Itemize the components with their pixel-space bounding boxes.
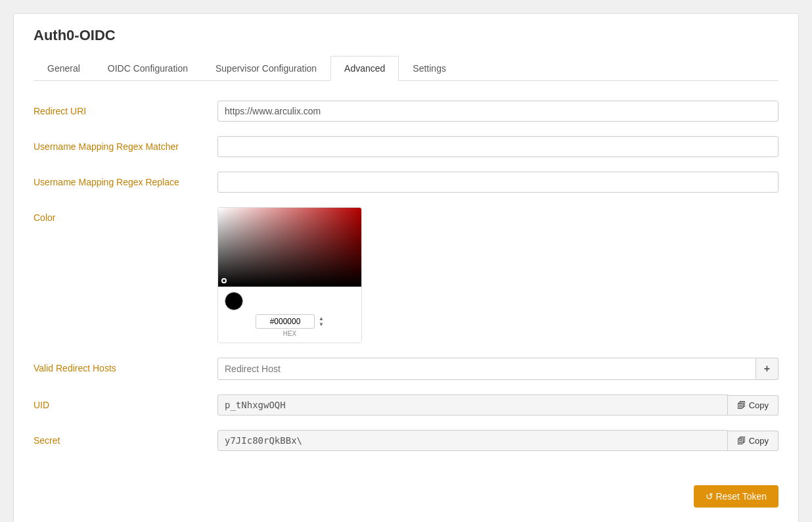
color-label: Color	[34, 207, 217, 223]
username-regex-replace-input[interactable]	[217, 172, 778, 193]
redirect-uri-label: Redirect URI	[34, 101, 217, 116]
hex-spinner: ▲ ▼	[319, 316, 324, 327]
secret-value: y7JIc80rQkBBx\	[217, 430, 728, 451]
secret-wrap: y7JIc80rQkBBx\ 🗐 Copy	[217, 430, 778, 451]
secret-copy-button[interactable]: 🗐 Copy	[728, 431, 778, 451]
color-row: Color	[34, 207, 778, 343]
hex-label: HEX	[225, 330, 355, 337]
uid-wrap: p_tNhxgwOQH 🗐 Copy	[217, 394, 778, 415]
hex-input[interactable]	[256, 314, 315, 329]
reset-token-button[interactable]: ↺ Reset Token	[694, 485, 778, 508]
secret-copy-row: y7JIc80rQkBBx\ 🗐 Copy	[217, 430, 778, 451]
copy-icon: 🗐	[737, 400, 746, 410]
secret-row: Secret y7JIc80rQkBBx\ 🗐 Copy	[34, 430, 778, 451]
color-hex-row: ▲ ▼	[225, 314, 355, 329]
tabs-bar: General OIDC Configuration Supervisor Co…	[34, 56, 778, 81]
color-picker-wrap: ▲ ▼ HEX	[217, 207, 778, 343]
uid-value: p_tNhxgwOQH	[217, 394, 728, 415]
redirect-uri-wrap	[217, 101, 778, 122]
uid-row: UID p_tNhxgwOQH 🗐 Copy	[34, 394, 778, 415]
tab-supervisor-config[interactable]: Supervisor Configuration	[202, 56, 330, 81]
uid-copy-label: Copy	[749, 400, 769, 410]
username-regex-matcher-row: Username Mapping Regex Matcher	[34, 136, 778, 157]
tab-advanced[interactable]: Advanced	[330, 56, 399, 81]
footer-row: ↺ Reset Token	[34, 485, 778, 508]
tab-oidc-config[interactable]: OIDC Configuration	[94, 56, 202, 81]
copy-icon-2: 🗐	[737, 436, 746, 446]
redirect-add-button[interactable]: +	[756, 358, 778, 380]
color-gradient-handle[interactable]	[221, 278, 227, 283]
username-regex-matcher-label: Username Mapping Regex Matcher	[34, 136, 217, 152]
hex-spinner-up[interactable]: ▲	[319, 316, 324, 321]
username-regex-matcher-wrap	[217, 136, 778, 157]
slider-track-wrap	[248, 300, 355, 302]
color-swatch	[225, 292, 243, 310]
form-section: Redirect URI Username Mapping Regex Matc…	[34, 94, 778, 472]
redirect-uri-row: Redirect URI	[34, 101, 778, 122]
redirect-host-row: +	[217, 358, 778, 380]
app-title: Auth0-OIDC	[34, 27, 778, 44]
uid-copy-row: p_tNhxgwOQH 🗐 Copy	[217, 394, 778, 415]
color-picker-controls: ▲ ▼ HEX	[218, 287, 361, 343]
redirect-host-wrap: +	[217, 358, 778, 380]
main-container: Auth0-OIDC General OIDC Configuration Su…	[13, 13, 799, 522]
redirect-uri-input[interactable]	[217, 101, 778, 122]
username-regex-replace-wrap	[217, 172, 778, 193]
uid-label: UID	[34, 394, 217, 410]
color-picker-row1	[225, 292, 355, 310]
username-regex-replace-label: Username Mapping Regex Replace	[34, 172, 217, 187]
color-picker[interactable]: ▲ ▼ HEX	[217, 207, 362, 343]
hex-spinner-down[interactable]: ▼	[319, 322, 324, 327]
secret-label: Secret	[34, 430, 217, 446]
secret-copy-label: Copy	[749, 436, 769, 446]
valid-redirect-hosts-label: Valid Redirect Hosts	[34, 358, 217, 373]
color-gradient-canvas[interactable]	[218, 208, 361, 287]
valid-redirect-hosts-row: Valid Redirect Hosts +	[34, 358, 778, 380]
redirect-host-input[interactable]	[217, 358, 756, 380]
username-regex-replace-row: Username Mapping Regex Replace	[34, 172, 778, 193]
username-regex-matcher-input[interactable]	[217, 136, 778, 157]
tab-settings[interactable]: Settings	[399, 56, 460, 81]
tab-general[interactable]: General	[34, 56, 94, 81]
uid-copy-button[interactable]: 🗐 Copy	[728, 395, 778, 415]
